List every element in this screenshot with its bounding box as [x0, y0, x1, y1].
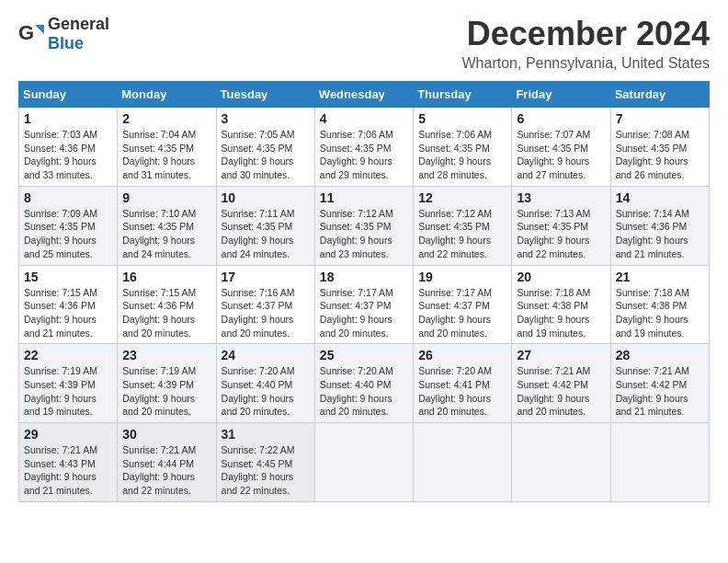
calendar-table: SundayMondayTuesdayWednesdayThursdayFrid…: [18, 81, 710, 502]
day-number: 20: [517, 270, 605, 284]
weekday-header-saturday: Saturday: [610, 82, 709, 108]
day-info: Sunrise: 7:21 AMSunset: 4:42 PMDaylight:…: [616, 365, 689, 417]
weekday-header-wednesday: Wednesday: [314, 82, 413, 108]
day-number: 27: [517, 348, 605, 362]
calendar-cell: 5Sunrise: 7:06 AMSunset: 4:35 PMDaylight…: [414, 108, 512, 187]
day-info: Sunrise: 7:06 AMSunset: 4:35 PMDaylight:…: [320, 129, 393, 180]
calendar-cell: 20Sunrise: 7:18 AMSunset: 4:38 PMDayligh…: [512, 265, 610, 344]
day-info: Sunrise: 7:17 AMSunset: 4:37 PMDaylight:…: [320, 287, 393, 339]
week-row-1: 1Sunrise: 7:03 AMSunset: 4:36 PMDaylight…: [19, 108, 710, 187]
day-number: 29: [24, 427, 112, 442]
day-number: 13: [517, 190, 605, 205]
day-info: Sunrise: 7:21 AMSunset: 4:42 PMDaylight:…: [517, 365, 590, 417]
logo-icon: G: [18, 21, 44, 47]
day-number: 17: [222, 270, 310, 284]
day-info: Sunrise: 7:18 AMSunset: 4:38 PMDaylight:…: [616, 287, 689, 339]
calendar-cell: 28Sunrise: 7:21 AMSunset: 4:42 PMDayligh…: [610, 344, 709, 423]
calendar-cell: [414, 423, 512, 502]
calendar-cell: 22Sunrise: 7:19 AMSunset: 4:39 PMDayligh…: [19, 344, 118, 423]
day-info: Sunrise: 7:03 AMSunset: 4:36 PMDaylight:…: [24, 129, 97, 180]
calendar-cell: 11Sunrise: 7:12 AMSunset: 4:35 PMDayligh…: [314, 186, 413, 265]
week-row-3: 15Sunrise: 7:15 AMSunset: 4:36 PMDayligh…: [19, 265, 710, 344]
calendar-cell: [610, 423, 709, 502]
svg-text:G: G: [18, 21, 34, 44]
calendar-cell: 16Sunrise: 7:15 AMSunset: 4:36 PMDayligh…: [118, 265, 216, 344]
day-number: 7: [616, 111, 704, 126]
calendar-cell: 25Sunrise: 7:20 AMSunset: 4:40 PMDayligh…: [314, 344, 413, 423]
calendar-cell: 27Sunrise: 7:21 AMSunset: 4:42 PMDayligh…: [512, 344, 610, 423]
calendar-cell: 17Sunrise: 7:16 AMSunset: 4:37 PMDayligh…: [216, 265, 314, 344]
day-number: 9: [122, 190, 210, 205]
day-number: 30: [122, 427, 210, 442]
location-title: Wharton, Pennsylvania, United States: [462, 55, 710, 72]
day-info: Sunrise: 7:11 AMSunset: 4:35 PMDaylight:…: [222, 208, 295, 259]
calendar-cell: 6Sunrise: 7:07 AMSunset: 4:35 PMDaylight…: [512, 108, 610, 187]
calendar-cell: 4Sunrise: 7:06 AMSunset: 4:35 PMDaylight…: [314, 108, 413, 187]
day-info: Sunrise: 7:09 AMSunset: 4:35 PMDaylight:…: [24, 208, 97, 259]
weekday-header-row: SundayMondayTuesdayWednesdayThursdayFrid…: [19, 82, 710, 108]
day-info: Sunrise: 7:12 AMSunset: 4:35 PMDaylight:…: [320, 208, 393, 259]
day-info: Sunrise: 7:16 AMSunset: 4:37 PMDaylight:…: [222, 287, 295, 339]
day-number: 8: [24, 190, 112, 205]
calendar-cell: 8Sunrise: 7:09 AMSunset: 4:35 PMDaylight…: [19, 186, 118, 265]
calendar-cell: 2Sunrise: 7:04 AMSunset: 4:35 PMDaylight…: [118, 108, 216, 187]
day-number: 26: [418, 348, 506, 362]
svg-marker-1: [35, 25, 44, 34]
calendar-cell: 14Sunrise: 7:14 AMSunset: 4:36 PMDayligh…: [610, 186, 709, 265]
week-row-5: 29Sunrise: 7:21 AMSunset: 4:43 PMDayligh…: [19, 423, 710, 502]
weekday-header-monday: Monday: [118, 82, 216, 108]
week-row-2: 8Sunrise: 7:09 AMSunset: 4:35 PMDaylight…: [19, 186, 710, 265]
calendar-cell: [314, 423, 413, 502]
day-number: 31: [222, 427, 310, 442]
day-info: Sunrise: 7:17 AMSunset: 4:37 PMDaylight:…: [418, 287, 492, 339]
calendar-body: 1Sunrise: 7:03 AMSunset: 4:36 PMDaylight…: [19, 108, 710, 502]
day-number: 25: [320, 348, 408, 362]
day-info: Sunrise: 7:10 AMSunset: 4:35 PMDaylight:…: [122, 208, 196, 259]
calendar-cell: 23Sunrise: 7:19 AMSunset: 4:39 PMDayligh…: [118, 344, 216, 423]
day-info: Sunrise: 7:12 AMSunset: 4:35 PMDaylight:…: [418, 208, 492, 259]
calendar-cell: 10Sunrise: 7:11 AMSunset: 4:35 PMDayligh…: [216, 186, 314, 265]
day-info: Sunrise: 7:15 AMSunset: 4:36 PMDaylight:…: [122, 287, 196, 339]
day-number: 5: [418, 111, 506, 126]
day-number: 2: [122, 111, 210, 126]
week-row-4: 22Sunrise: 7:19 AMSunset: 4:39 PMDayligh…: [19, 344, 710, 423]
calendar-cell: 18Sunrise: 7:17 AMSunset: 4:37 PMDayligh…: [314, 265, 413, 344]
logo-general: General: [48, 15, 109, 33]
day-info: Sunrise: 7:08 AMSunset: 4:35 PMDaylight:…: [616, 129, 689, 180]
day-number: 11: [320, 190, 408, 205]
day-info: Sunrise: 7:13 AMSunset: 4:35 PMDaylight:…: [517, 208, 590, 259]
weekday-header-thursday: Thursday: [414, 82, 512, 108]
day-number: 16: [122, 270, 210, 284]
calendar-cell: 9Sunrise: 7:10 AMSunset: 4:35 PMDaylight…: [118, 186, 216, 265]
day-number: 24: [222, 348, 310, 362]
header: G General Blue December 2024 Wharton, Pe…: [18, 15, 710, 72]
day-number: 21: [616, 270, 704, 284]
day-number: 12: [418, 190, 506, 205]
calendar-cell: 3Sunrise: 7:05 AMSunset: 4:35 PMDaylight…: [216, 108, 314, 187]
day-info: Sunrise: 7:20 AMSunset: 4:40 PMDaylight:…: [222, 365, 295, 417]
day-info: Sunrise: 7:18 AMSunset: 4:38 PMDaylight:…: [517, 287, 590, 339]
day-number: 1: [24, 111, 112, 126]
calendar-cell: 30Sunrise: 7:21 AMSunset: 4:44 PMDayligh…: [118, 423, 216, 502]
calendar-cell: 21Sunrise: 7:18 AMSunset: 4:38 PMDayligh…: [610, 265, 709, 344]
logo-blue: Blue: [48, 34, 84, 52]
day-number: 14: [616, 190, 704, 205]
logo: G General Blue: [18, 15, 109, 53]
day-number: 18: [320, 270, 408, 284]
calendar-cell: 1Sunrise: 7:03 AMSunset: 4:36 PMDaylight…: [19, 108, 118, 187]
day-info: Sunrise: 7:20 AMSunset: 4:40 PMDaylight:…: [320, 365, 393, 417]
day-info: Sunrise: 7:21 AMSunset: 4:44 PMDaylight:…: [122, 444, 196, 496]
month-title: December 2024: [462, 15, 710, 53]
calendar-cell: 26Sunrise: 7:20 AMSunset: 4:41 PMDayligh…: [414, 344, 512, 423]
day-info: Sunrise: 7:19 AMSunset: 4:39 PMDaylight:…: [122, 365, 196, 417]
day-number: 22: [24, 348, 112, 362]
day-info: Sunrise: 7:04 AMSunset: 4:35 PMDaylight:…: [122, 129, 196, 180]
calendar-cell: 19Sunrise: 7:17 AMSunset: 4:37 PMDayligh…: [414, 265, 512, 344]
weekday-header-tuesday: Tuesday: [216, 82, 314, 108]
calendar-cell: 12Sunrise: 7:12 AMSunset: 4:35 PMDayligh…: [414, 186, 512, 265]
weekday-header-friday: Friday: [512, 82, 610, 108]
day-number: 4: [320, 111, 408, 126]
calendar-cell: 13Sunrise: 7:13 AMSunset: 4:35 PMDayligh…: [512, 186, 610, 265]
day-number: 3: [222, 111, 310, 126]
calendar-cell: 24Sunrise: 7:20 AMSunset: 4:40 PMDayligh…: [216, 344, 314, 423]
